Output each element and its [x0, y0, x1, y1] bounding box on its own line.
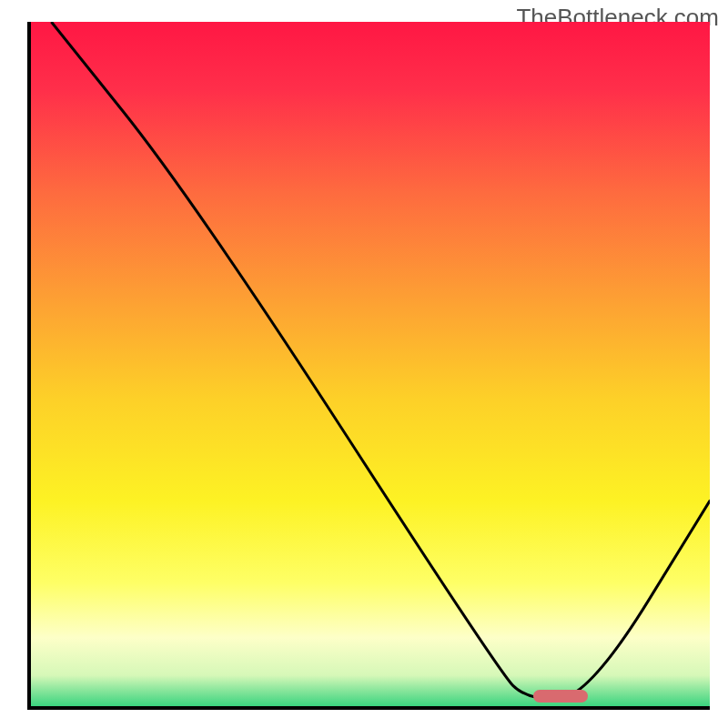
- optimal-range-marker: [533, 690, 588, 703]
- chart-container: TheBottleneck.com: [0, 0, 728, 728]
- bottleneck-curve: [31, 22, 710, 706]
- plot-area: [31, 22, 710, 706]
